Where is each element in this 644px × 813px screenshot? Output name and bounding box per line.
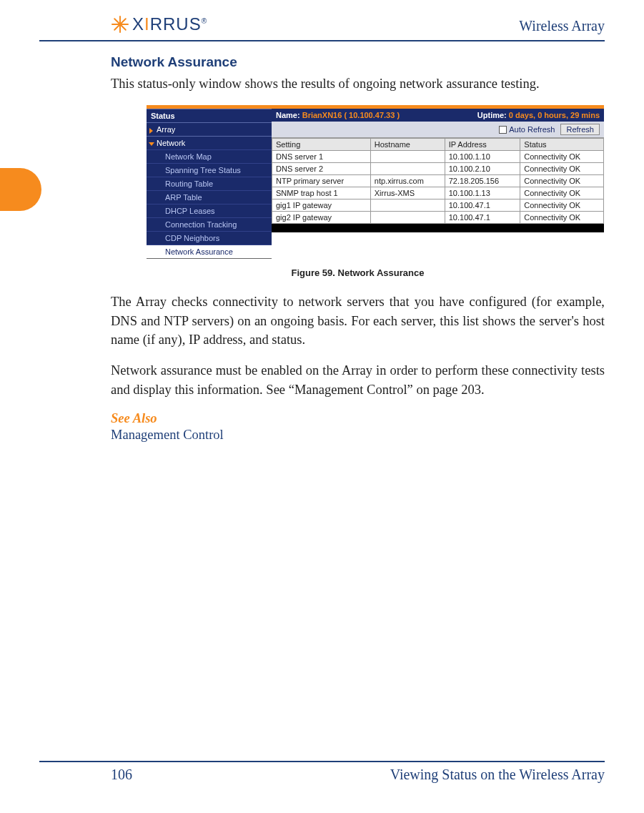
cell-ip: 10.100.1.10 bbox=[445, 150, 520, 162]
table-row: NTP primary serverntp.xirrus.com72.18.20… bbox=[272, 174, 604, 187]
see-also-link[interactable]: Management Control bbox=[111, 428, 605, 443]
table-row: gig2 IP gateway10.100.47.1Connectivity O… bbox=[272, 211, 604, 223]
nav-sub-arp-table[interactable]: ARP Table bbox=[147, 190, 272, 204]
cell-ip: 72.18.205.156 bbox=[445, 174, 520, 187]
nav-item-network[interactable]: Network bbox=[147, 136, 272, 149]
screenshot-figure: Status Array Network Network Map Spannin… bbox=[147, 105, 604, 259]
content-pane: Name: BrianXN16 ( 10.100.47.33 ) Uptime:… bbox=[272, 109, 604, 259]
auto-refresh-toggle[interactable]: Auto Refresh bbox=[499, 125, 555, 134]
cell-status: Connectivity OK bbox=[520, 187, 604, 199]
cell-status: Connectivity OK bbox=[520, 199, 604, 211]
cell-host bbox=[370, 162, 445, 174]
cell-status: Connectivity OK bbox=[520, 174, 604, 187]
table-row: SNMP trap host 1Xirrus-XMS10.100.1.13Con… bbox=[272, 187, 604, 199]
cell-ip: 10.100.1.13 bbox=[445, 187, 520, 199]
nav-heading: Status bbox=[147, 109, 272, 122]
table-row: gig1 IP gateway10.100.47.1Connectivity O… bbox=[272, 199, 604, 211]
cell-setting: SNMP trap host 1 bbox=[272, 187, 371, 199]
figure-caption: Figure 59. Network Assurance bbox=[111, 267, 605, 278]
cell-ip: 10.100.47.1 bbox=[445, 211, 520, 223]
col-hostname: Hostname bbox=[370, 138, 445, 150]
cell-setting: gig2 IP gateway bbox=[272, 211, 371, 223]
nav-sidebar: Status Array Network Network Map Spannin… bbox=[147, 109, 272, 259]
cell-setting: DNS server 1 bbox=[272, 150, 371, 162]
cell-setting: NTP primary server bbox=[272, 174, 371, 187]
nav-sub-cdp-neighbors[interactable]: CDP Neighbors bbox=[147, 231, 272, 245]
nav-sub-dhcp-leases[interactable]: DHCP Leases bbox=[147, 204, 272, 217]
uptime-value: 0 days, 0 hours, 29 mins bbox=[509, 111, 600, 119]
doc-title: Wireless Array bbox=[519, 18, 605, 34]
cell-status: Connectivity OK bbox=[520, 162, 604, 174]
cell-host bbox=[370, 211, 445, 223]
cell-host bbox=[370, 199, 445, 211]
svg-line-3 bbox=[120, 24, 126, 30]
svg-line-7 bbox=[114, 19, 120, 24]
nav-sub-conn-tracking[interactable]: Connection Tracking bbox=[147, 217, 272, 231]
checkbox-icon bbox=[499, 126, 507, 134]
name-value: BrianXN16 ( 10.100.47.33 ) bbox=[302, 111, 400, 119]
nav-sub-spanning-tree[interactable]: Spanning Tree Status bbox=[147, 163, 272, 177]
svg-line-1 bbox=[120, 19, 126, 24]
page-number: 106 bbox=[111, 767, 132, 783]
nav-sub-network-assurance[interactable]: Network Assurance bbox=[147, 245, 272, 258]
toolbar: Auto Refresh Refresh bbox=[272, 122, 604, 138]
cell-ip: 10.100.47.1 bbox=[445, 199, 520, 211]
header-rule bbox=[39, 40, 605, 41]
section-heading: Network Assurance bbox=[111, 54, 605, 70]
auto-refresh-label: Auto Refresh bbox=[509, 125, 555, 134]
cell-status: Connectivity OK bbox=[520, 150, 604, 162]
cell-host: ntp.xirrus.com bbox=[370, 174, 445, 187]
intro-para: This status-only window shows the result… bbox=[111, 74, 605, 94]
table-row: DNS server 210.100.2.10Connectivity OK bbox=[272, 162, 604, 174]
side-tab bbox=[0, 168, 41, 211]
data-table: Setting Hostname IP Address Status DNS s… bbox=[272, 138, 604, 224]
col-setting: Setting bbox=[272, 138, 371, 150]
bottom-black-bar bbox=[272, 224, 604, 232]
body-para-3: Network assurance must be enabled on the… bbox=[111, 361, 605, 400]
nav-sub-routing-table[interactable]: Routing Table bbox=[147, 177, 272, 190]
chapter-title: Viewing Status on the Wireless Array bbox=[390, 767, 605, 783]
uptime-label: Uptime: bbox=[477, 111, 507, 119]
col-status: Status bbox=[520, 138, 604, 150]
nav-sub-network-map[interactable]: Network Map bbox=[147, 149, 272, 163]
table-row: DNS server 110.100.1.10Connectivity OK bbox=[272, 150, 604, 162]
cell-status: Connectivity OK bbox=[520, 211, 604, 223]
info-bar: Name: BrianXN16 ( 10.100.47.33 ) Uptime:… bbox=[272, 109, 604, 122]
svg-line-5 bbox=[114, 24, 120, 30]
refresh-button[interactable]: Refresh bbox=[560, 124, 600, 135]
body-para-2: The Array checks connectivity to network… bbox=[111, 292, 605, 350]
cell-ip: 10.100.2.10 bbox=[445, 162, 520, 174]
col-ip: IP Address bbox=[445, 138, 520, 150]
brand-logo: XIRRUS® bbox=[111, 14, 207, 34]
cell-setting: DNS server 2 bbox=[272, 162, 371, 174]
page-footer: 106 Viewing Status on the Wireless Array bbox=[39, 761, 605, 783]
name-label: Name: bbox=[276, 111, 300, 119]
cell-setting: gig1 IP gateway bbox=[272, 199, 371, 211]
cell-host bbox=[370, 150, 445, 162]
nav-item-array[interactable]: Array bbox=[147, 122, 272, 136]
burst-icon bbox=[111, 15, 129, 34]
cell-host: Xirrus-XMS bbox=[370, 187, 445, 199]
see-also-heading: See Also bbox=[111, 411, 605, 426]
